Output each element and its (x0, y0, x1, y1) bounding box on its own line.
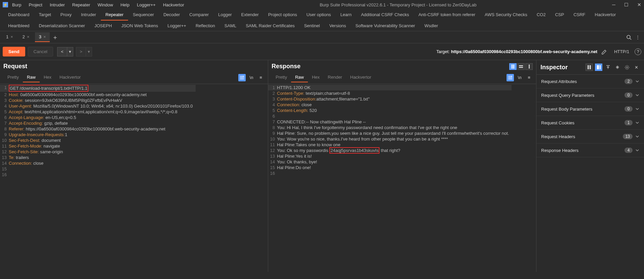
http-version-label[interactable]: HTTP/1 (611, 49, 632, 54)
send-button[interactable]: Send (3, 47, 25, 56)
collapse-icon[interactable] (614, 64, 621, 71)
menu-window[interactable]: Window (97, 2, 113, 7)
actions-icon[interactable] (238, 74, 246, 81)
chevron-down-icon (635, 121, 639, 125)
tab-heartbleed[interactable]: Heartbleed (3, 21, 34, 31)
tab-sequencer[interactable]: Sequencer (128, 9, 159, 21)
tab-comparer[interactable]: Comparer (185, 9, 213, 21)
repeater-tab-2[interactable]: 2× (18, 32, 34, 42)
edit-target-icon[interactable] (600, 47, 609, 56)
expand-up-icon[interactable] (604, 64, 612, 71)
view-tab-raw[interactable]: Raw (291, 73, 308, 82)
tab-additional-csrf-checks[interactable]: Additional CSRF Checks (356, 9, 414, 21)
tab-decoder[interactable]: Decoder (159, 9, 185, 21)
tab-project-options[interactable]: Project options (264, 9, 302, 21)
tab-repeater[interactable]: Repeater (101, 9, 128, 21)
gear-icon[interactable] (623, 64, 631, 71)
cancel-button[interactable]: Cancel (28, 47, 53, 56)
view-tab-hackvertor[interactable]: Hackvertor (346, 73, 375, 82)
hamburger-icon[interactable]: ≡ (525, 74, 533, 81)
view-tab-raw[interactable]: Raw (23, 73, 40, 82)
view-tab-pretty[interactable]: Pretty (272, 73, 291, 82)
tab-dashboard[interactable]: Dashboard (3, 9, 34, 21)
inspector-layout-b-icon[interactable] (595, 64, 602, 71)
view-tab-render[interactable]: Render (324, 73, 346, 82)
tab-hackvertor[interactable]: Hackvertor (590, 9, 621, 21)
repeater-tab-1[interactable]: 1× (2, 32, 17, 42)
inspector-row-request-attributes[interactable]: Request Attributes2 (536, 75, 644, 88)
add-tab-button[interactable]: ＋ (51, 33, 59, 41)
chevron-down-icon (635, 134, 639, 138)
tab-target[interactable]: Target (34, 9, 56, 21)
close-tab-icon[interactable]: × (27, 34, 30, 39)
layout-combined-icon[interactable] (525, 63, 533, 70)
tab-joseph[interactable]: JOSEPH (90, 21, 117, 31)
tab-logger[interactable]: Logger (213, 9, 236, 21)
newline-icon[interactable]: \n (516, 74, 523, 81)
layout-rows-icon[interactable] (517, 63, 525, 70)
tab-json-web-tokens[interactable]: JSON Web Tokens (117, 21, 163, 31)
menu-repeater[interactable]: Repeater (72, 2, 90, 7)
inspector-row-response-headers[interactable]: Response Headers4 (536, 144, 644, 157)
history-back-button[interactable]: < (57, 47, 67, 56)
tab-extender[interactable]: Extender (237, 9, 264, 21)
view-tab-hex[interactable]: Hex (40, 73, 55, 82)
menu-intruder[interactable]: Intruder (50, 2, 65, 7)
tab-versions[interactable]: Versions (325, 21, 351, 31)
maximize-icon[interactable]: ☐ (624, 2, 629, 7)
history-forward-menu[interactable]: ▾ (86, 47, 92, 56)
inspector-row-request-headers[interactable]: Request Headers13 (536, 130, 644, 144)
close-icon[interactable]: ✕ (637, 2, 641, 7)
app-logo: ⚡ (3, 2, 8, 7)
tab-proxy[interactable]: Proxy (56, 9, 76, 21)
tab-co2[interactable]: CO2 (532, 9, 551, 21)
menu-project[interactable]: Project (29, 2, 42, 7)
tab-anti-csrf-token-from-referer[interactable]: Anti-CSRF token from referer (414, 9, 480, 21)
menu-burp[interactable]: Burp (12, 2, 21, 7)
view-tab-pretty[interactable]: Pretty (3, 73, 23, 82)
tab-deserialization-scanner[interactable]: Deserialization Scanner (34, 21, 90, 31)
help-icon[interactable]: ? (635, 48, 641, 55)
repeater-tab-3[interactable]: 3× (35, 32, 50, 42)
tab-intruder[interactable]: Intruder (76, 9, 101, 21)
history-forward-button[interactable]: > (76, 47, 86, 56)
response-viewer[interactable]: 1HTTP/1.1200 OK2Content-Type: text/plain… (268, 84, 536, 272)
chevron-down-icon (635, 107, 639, 111)
tab-learn[interactable]: Learn (336, 9, 356, 21)
tab-saml-raider-certificates[interactable]: SAML Raider Certificates (241, 21, 299, 31)
chevron-down-icon (635, 79, 639, 83)
response-panel-title: Response (272, 63, 300, 70)
inspector-row-request-body-parameters[interactable]: Request Body Parameters0 (536, 102, 644, 116)
menu-logger++[interactable]: Logger++ (137, 2, 156, 7)
close-inspector-icon[interactable]: ✕ (633, 64, 640, 71)
search-icon[interactable] (625, 33, 633, 42)
request-editor[interactable]: 1GET /download-transcript/1.txtHTTP/1.12… (0, 84, 268, 272)
minimize-icon[interactable]: ─ (612, 2, 615, 7)
kebab-menu-icon[interactable]: ⋮ (633, 33, 642, 42)
tab-csp[interactable]: CSP (550, 9, 569, 21)
layout-columns-icon[interactable] (509, 63, 517, 70)
view-tab-hackvertor[interactable]: Hackvertor (55, 73, 85, 82)
tab-software-vulnerability-scanner[interactable]: Software Vulnerability Scanner (351, 21, 420, 31)
tab-sentinel[interactable]: Sentinel (299, 21, 325, 31)
hamburger-icon[interactable]: ≡ (257, 74, 265, 81)
tab-user-options[interactable]: User options (302, 9, 336, 21)
history-back-menu[interactable]: ▾ (67, 47, 73, 56)
tab-csrf[interactable]: CSRF (569, 9, 590, 21)
inspector-row-request-cookies[interactable]: Request Cookies1 (536, 116, 644, 130)
tab-reflection[interactable]: Reflection (191, 21, 220, 31)
tab-saml[interactable]: SAML (220, 21, 241, 31)
tab-aws-security-checks[interactable]: AWS Security Checks (480, 9, 532, 21)
close-tab-icon[interactable]: × (10, 34, 13, 39)
tab-logger-[interactable]: Logger++ (163, 21, 191, 31)
chevron-down-icon (635, 93, 639, 97)
view-tab-hex[interactable]: Hex (308, 73, 324, 82)
close-tab-icon[interactable]: × (43, 34, 46, 39)
inspector-layout-a-icon[interactable] (586, 64, 593, 71)
inspector-row-request-query-parameters[interactable]: Request Query Parameters0 (536, 88, 644, 102)
tab-wsdler[interactable]: Wsdler (420, 21, 443, 31)
menu-hackvertor[interactable]: Hackvertor (163, 2, 184, 7)
newline-icon[interactable]: \n (248, 74, 255, 81)
menu-help[interactable]: Help (120, 2, 129, 7)
actions-icon[interactable] (507, 74, 514, 81)
